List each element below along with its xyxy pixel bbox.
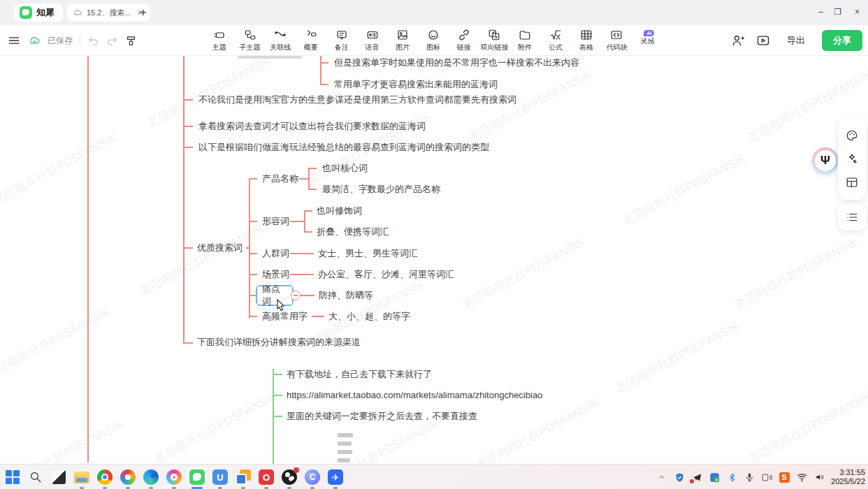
document-tab[interactable]: 15.2、搜索... ✕	[67, 3, 150, 22]
new-tab-button[interactable]: +	[140, 6, 147, 20]
brand-name: 知犀	[36, 6, 55, 19]
taskbar-chrome[interactable]	[96, 469, 113, 486]
map-node[interactable]: 女士、男士、男生等词汇	[318, 247, 418, 260]
tool-relation-line[interactable]: 关联线	[265, 27, 296, 54]
tool-attachment[interactable]: 附件	[509, 27, 540, 54]
tray-microphone-icon[interactable]	[744, 472, 755, 483]
map-node[interactable]: 办公室、客厅、沙滩、河里等词汇	[318, 268, 454, 281]
tray-telegram-icon[interactable]	[691, 472, 702, 483]
watermark: 老范电商社群PDSFANSIK	[312, 416, 441, 464]
tray-bluetooth-icon[interactable]	[726, 472, 737, 483]
document-tab-title: 15.2、搜索...	[87, 8, 131, 18]
tray-security-shield-icon[interactable]	[674, 472, 685, 483]
folder-icon	[519, 29, 531, 41]
map-node[interactable]: 产品名称	[262, 173, 298, 185]
map-node-selected[interactable]: 痛点词	[256, 285, 294, 306]
layout-icon[interactable]	[846, 176, 858, 189]
watermark: 老范电商社群PDSFANSIK	[472, 395, 602, 464]
watermark: 老范电商社群PDSFANSIK	[151, 388, 280, 464]
tool-link[interactable]: 链接	[449, 27, 479, 54]
toolbar: 已保存 主题 子主题 关联线 概要	[0, 25, 868, 56]
tool-icon[interactable]: 图标	[418, 27, 449, 54]
map-node[interactable]: 里面的关键词一定要拆开之后去查，不要直接查	[287, 410, 477, 423]
taskbar-app-docs[interactable]	[235, 469, 252, 486]
palette-icon[interactable]	[846, 129, 858, 142]
taskbar-app-snip[interactable]	[50, 469, 67, 486]
tool-table[interactable]: 表格	[571, 27, 602, 54]
map-node[interactable]: 但是搜索单字时如果使用的是不常用字也一样搜索不出来内容	[334, 57, 579, 69]
tool-bidirectional-link[interactable]: 双向链接	[479, 27, 510, 54]
map-node[interactable]: 常用单字才更容易搜索出来能用的蓝海词	[334, 78, 498, 91]
taskbar-app-circle[interactable]: C	[304, 469, 321, 486]
system-clock[interactable]: 3:31:55 2025/5/22	[831, 468, 865, 486]
tray-app-check-icon[interactable]	[709, 472, 720, 483]
map-node[interactable]: 大、小、超、的等字	[328, 310, 410, 323]
map-node[interactable]: 有下载地址，自己去下载下来就行了	[287, 368, 432, 381]
image-icon	[396, 29, 409, 41]
map-node[interactable]: 以下是根据咱们做蓝海玩法经验总结的最容易查到蓝海词的搜索词的类型	[198, 141, 489, 154]
taskbar-search-icon[interactable]	[27, 469, 44, 486]
clock-time: 3:31:55	[831, 468, 865, 477]
taskbar-edge[interactable]	[143, 469, 159, 486]
undo-icon[interactable]	[87, 35, 99, 47]
collaborate-icon[interactable]	[731, 34, 745, 48]
format-painter-icon[interactable]	[125, 35, 137, 47]
taskbar-app-o[interactable]: O	[258, 469, 275, 486]
taskbar-obs[interactable]	[281, 469, 298, 486]
watermark: 老范电商社群PDSFANSIK	[137, 220, 266, 299]
map-node[interactable]: 人群词	[262, 247, 289, 260]
map-node[interactable]: 拿着搜索词去查词才可以查出符合我们要求数据的蓝海词	[198, 120, 426, 133]
taskbar-app-colorful[interactable]	[166, 469, 182, 486]
tool-topic[interactable]: 主题	[204, 27, 235, 54]
ai-assistant-button[interactable]: Ψ	[812, 147, 839, 174]
formula-icon	[549, 29, 562, 41]
start-button[interactable]	[4, 469, 21, 486]
taskbar-app-u[interactable]: U	[212, 469, 229, 486]
divider	[80, 36, 80, 45]
tray-expand-chevron[interactable]	[656, 472, 667, 483]
redo-icon[interactable]	[106, 35, 118, 47]
voice-icon	[366, 29, 379, 41]
menu-icon[interactable]	[7, 34, 21, 48]
tool-voice[interactable]: 语音	[357, 27, 388, 54]
tool-note[interactable]: 备注	[326, 27, 357, 54]
window-restore-button[interactable]: ❐	[834, 7, 841, 17]
tool-image[interactable]: 图片	[387, 27, 418, 54]
map-node[interactable]: 形容词	[262, 215, 289, 228]
map-node[interactable]: https://alimarket.taobao.com/markets/ali…	[287, 389, 542, 402]
taskbar-file-explorer[interactable]	[73, 469, 90, 486]
video-tutorial-icon[interactable]	[756, 34, 770, 48]
map-node[interactable]: 下面我们详细拆分讲解搜索词的来源渠道	[197, 336, 361, 349]
map-node-quality[interactable]: 优质搜索词	[197, 242, 243, 254]
note-icon	[335, 29, 348, 41]
tray-volume-icon[interactable]	[813, 472, 825, 483]
map-node[interactable]: 不论我们是使用淘宝官方的生意参谋还是使用第三方软件查词都需要先有搜索词	[198, 94, 516, 106]
window-minimize-button[interactable]: –	[818, 7, 823, 17]
map-node[interactable]: 折叠、便携等词汇	[317, 226, 389, 238]
tool-subtopic[interactable]: 子主题	[235, 27, 266, 54]
window-close-button[interactable]: ×	[855, 7, 860, 17]
map-node[interactable]: 也叫核心词	[322, 162, 368, 175]
tray-audio-device-icon[interactable]	[761, 472, 772, 483]
share-button[interactable]: 分享	[822, 30, 862, 51]
tool-code-block[interactable]: 代码块	[602, 27, 632, 54]
collapse-toggle[interactable]	[291, 291, 301, 300]
taskbar-zhixi-active[interactable]	[189, 469, 205, 486]
clock-date: 2025/5/22	[831, 477, 865, 486]
brand-tab[interactable]: 知犀	[14, 3, 63, 22]
map-node[interactable]: 场景词	[262, 268, 289, 281]
tool-formula[interactable]: 公式	[540, 27, 571, 54]
tray-sogou-icon[interactable]: S	[779, 472, 790, 483]
map-node[interactable]: 最简洁、字数最少的产品名称	[322, 183, 440, 196]
taskbar-app-rocket[interactable]: ✈	[327, 469, 344, 486]
outline-list-icon[interactable]	[846, 211, 858, 224]
tray-wifi-icon[interactable]	[796, 472, 807, 483]
map-node[interactable]: 也叫修饰词	[317, 205, 362, 217]
export-button[interactable]: 导出	[781, 31, 811, 50]
tool-inspiration[interactable]: AI 灵感	[632, 27, 663, 54]
magic-wand-icon[interactable]	[846, 152, 858, 165]
map-node[interactable]: 防摔、防晒等	[319, 289, 373, 302]
tool-summary[interactable]: 概要	[296, 27, 326, 54]
mindmap-canvas[interactable]: 老范电商社群PDSFANSIK 老范电商社群PDSFANSIK 老范电商社群PD…	[0, 56, 868, 464]
taskbar-browser-360[interactable]	[120, 469, 136, 486]
